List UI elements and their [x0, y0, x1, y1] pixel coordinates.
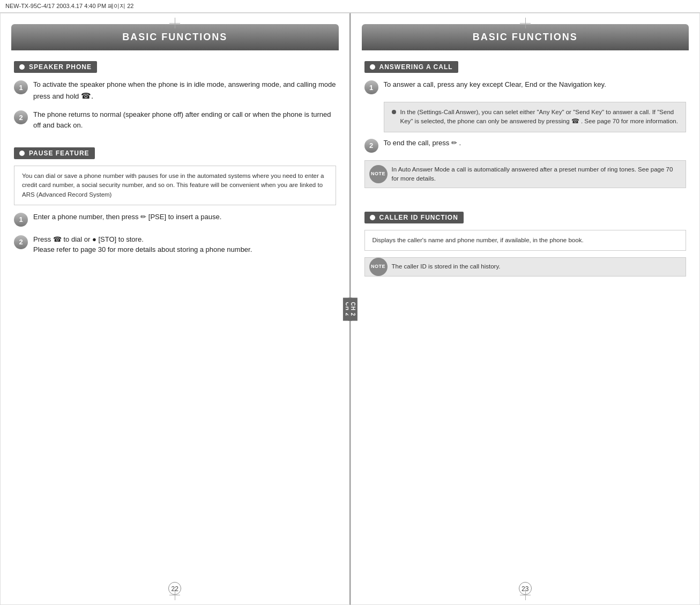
caller-id-section-title: CALLER ID FUNCTION	[364, 212, 464, 223]
section-dot-pause	[19, 151, 25, 156]
caller-id-note-text: The caller ID is stored in the call hist…	[392, 263, 501, 270]
speaker-step1: 1 To activate the speaker phone when the…	[14, 79, 336, 102]
speaker-phone-label: SPEAKER PHONE	[29, 63, 92, 71]
phone-icon-info: ☎	[571, 118, 581, 124]
phone-icon-dial: ☎	[53, 235, 64, 243]
crosshair-bottom-right	[520, 589, 531, 600]
crosshair-top-right	[520, 18, 531, 28]
answer-info-text: In the (Settings-Call Answer), you can s…	[400, 108, 679, 126]
answer-step1-text: To answer a call, press any key except C…	[384, 79, 606, 90]
pause-step-num-2: 2	[14, 235, 28, 249]
pause-step1-text: Enter a phone number, then press ✏ [PSE]…	[33, 212, 221, 222]
store-icon: ●	[92, 235, 98, 243]
speaker-step1-text: To activate the speaker phone when the p…	[33, 79, 336, 102]
answer-step-num-2: 2	[364, 139, 378, 153]
end-icon: ✏ .	[451, 139, 461, 147]
right-page-title: BASIC FUNCTIONS	[373, 32, 679, 43]
top-bar: NEW-TX-95C-4/17 2003.4.17 4:40 PM 페이지 22	[0, 0, 700, 13]
pen-icon-pause: ✏	[140, 213, 146, 221]
step-num-2: 2	[14, 110, 28, 124]
answer-step2: 2 To end the call, press ✏ .	[364, 138, 687, 153]
answering-call-section-title: ANSWERING A CALL	[364, 61, 458, 73]
section-dot-callerid	[370, 215, 375, 220]
crosshair-top-left	[169, 18, 180, 28]
caller-id-desc-box: Displays the caller's name and phone num…	[364, 230, 687, 251]
pause-step2: 2 Press ☎ to dial or ● [STO] to store. P…	[14, 234, 336, 255]
answer-note-text: In Auto Answer Mode a call is automatica…	[392, 166, 673, 182]
note-badge-answer: NOTE	[369, 165, 388, 183]
pause-feature-section-title: PAUSE FEATURE	[14, 147, 95, 159]
pause-description: You can dial or save a phone number with…	[22, 173, 324, 198]
pause-step1: 1 Enter a phone number, then press ✏ [PS…	[14, 212, 336, 227]
answer-step-num-1: 1	[364, 80, 378, 94]
answering-call-label: ANSWERING A CALL	[379, 63, 453, 71]
left-page-title: BASIC FUNCTIONS	[22, 32, 328, 43]
note-badge-callerid: NOTE	[369, 258, 388, 276]
speaker-phone-section-title: SPEAKER PHONE	[14, 61, 97, 73]
pause-step2-text: Press ☎ to dial or ● [STO] to store. Ple…	[33, 234, 252, 255]
section-dot-speaker	[19, 64, 25, 70]
info-dot	[392, 110, 396, 114]
caller-id-note-box: NOTE The caller ID is stored in the call…	[364, 257, 687, 276]
page-left: BASIC FUNCTIONS SPEAKER PHONE 1 To activ…	[0, 13, 351, 605]
page-right: BASIC FUNCTIONS ANSWERING A CALL 1 To an…	[351, 13, 701, 605]
answer-step2-text: To end the call, press ✏ .	[384, 138, 461, 148]
section-dot-answer	[370, 64, 375, 70]
answer-step1: 1 To answer a call, press any key except…	[364, 79, 687, 94]
speaker-step2-text: The phone returns to normal (speaker pho…	[33, 109, 336, 130]
caller-id-description: Displays the caller's name and phone num…	[373, 237, 584, 243]
pause-desc-box: You can dial or save a phone number with…	[14, 166, 336, 205]
phone-icon-speaker: ☎.	[81, 91, 93, 100]
step-num-1: 1	[14, 80, 28, 94]
caller-id-label: CALLER ID FUNCTION	[379, 214, 458, 221]
pause-feature-label: PAUSE FEATURE	[29, 150, 90, 157]
top-bar-text: NEW-TX-95C-4/17 2003.4.17 4:40 PM 페이지 22	[5, 3, 133, 9]
answer-info-box: In the (Settings-Call Answer), you can s…	[384, 102, 687, 132]
crosshair-bottom-left	[169, 589, 180, 600]
pause-step-num-1: 1	[14, 213, 28, 227]
speaker-step2: 2 The phone returns to normal (speaker p…	[14, 109, 336, 130]
chapter-tab-right: CH 2	[348, 297, 357, 320]
answer-note-box: NOTE In Auto Answer Mode a call is autom…	[364, 160, 687, 189]
